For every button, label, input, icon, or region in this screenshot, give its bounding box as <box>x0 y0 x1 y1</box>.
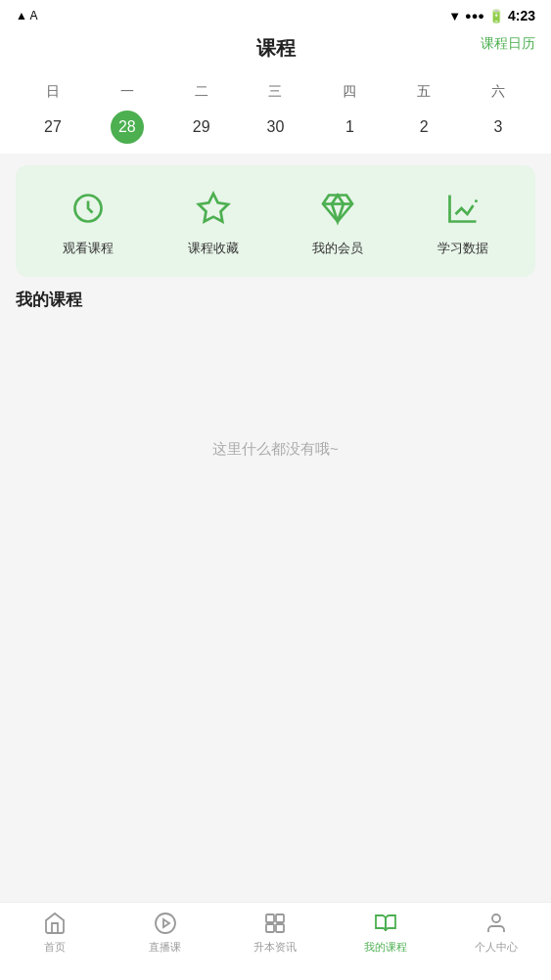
home-icon <box>42 911 68 936</box>
status-right: ▼ ●●● 🔋 4:23 <box>448 8 535 23</box>
nav-item-upgrade[interactable]: 升本资讯 <box>220 911 331 955</box>
nav-item-mycourse[interactable]: 我的课程 <box>331 911 441 955</box>
svg-point-9 <box>492 914 500 922</box>
calendar-date-27[interactable]: 27 <box>16 112 90 142</box>
quick-action-stats[interactable]: 学习数据 <box>437 185 488 257</box>
svg-point-2 <box>475 200 478 202</box>
clock-icon <box>65 185 112 232</box>
battery-icon: 🔋 <box>488 9 504 23</box>
nav-upgrade-label: 升本资讯 <box>253 940 297 955</box>
user-icon <box>483 911 509 936</box>
calendar-section: 日 一 二 三 四 五 六 27 28 29 30 1 2 3 <box>0 71 551 154</box>
svg-rect-5 <box>266 914 274 922</box>
calendar-link[interactable]: 课程日历 <box>481 35 535 53</box>
clock-display: 4:23 <box>508 8 535 23</box>
quick-action-watch[interactable]: 观看课程 <box>63 185 114 257</box>
day-label-wed: 三 <box>239 79 313 105</box>
svg-point-3 <box>156 913 175 933</box>
page-title: 课程 <box>256 37 296 59</box>
member-label: 我的会员 <box>312 240 363 257</box>
signal-icon: ●●● <box>465 10 484 22</box>
star-icon <box>190 185 237 232</box>
status-bar: ▲ A ▼ ●●● 🔋 4:23 <box>0 0 551 31</box>
calendar-dates-row: 27 28 29 30 1 2 3 <box>16 112 535 142</box>
my-courses-title: 我的课程 <box>16 289 535 311</box>
nav-profile-label: 个人中心 <box>475 940 518 955</box>
day-label-sat: 六 <box>461 79 535 105</box>
day-label-sun: 日 <box>16 79 90 105</box>
collect-label: 课程收藏 <box>188 240 239 257</box>
calendar-date-30[interactable]: 30 <box>239 112 313 142</box>
quick-action-collect[interactable]: 课程收藏 <box>188 185 239 257</box>
svg-rect-6 <box>276 914 284 922</box>
calendar-date-29[interactable]: 29 <box>164 112 239 142</box>
page-header: 课程 课程日历 <box>0 31 551 71</box>
day-label-fri: 五 <box>387 79 461 105</box>
calendar-date-2[interactable]: 2 <box>387 112 461 142</box>
diamond-icon <box>314 185 361 232</box>
calendar-day-labels: 日 一 二 三 四 五 六 <box>16 79 535 105</box>
my-courses-section: 我的课程 <box>0 289 551 311</box>
svg-marker-1 <box>199 194 228 222</box>
nav-item-profile[interactable]: 个人中心 <box>440 911 551 955</box>
quick-actions-card: 观看课程 课程收藏 我的会员 学习数据 <box>16 165 535 277</box>
empty-state: 这里什么都没有哦~ <box>0 323 551 517</box>
nav-live-label: 直播课 <box>149 940 181 955</box>
nav-mycourse-label: 我的课程 <box>364 940 407 955</box>
nav-item-live[interactable]: 直播课 <box>111 911 221 955</box>
svg-rect-8 <box>276 924 284 932</box>
play-circle-icon <box>153 911 178 936</box>
svg-marker-4 <box>163 919 169 927</box>
status-left: ▲ A <box>16 9 38 22</box>
chart-icon <box>439 185 486 232</box>
empty-text: 这里什么都没有哦~ <box>212 440 339 459</box>
day-label-thu: 四 <box>312 79 387 105</box>
status-icons: ▲ A <box>16 9 38 22</box>
wifi-icon: ▼ <box>448 9 461 23</box>
nav-home-label: 首页 <box>44 940 66 955</box>
day-label-mon: 一 <box>90 79 164 105</box>
grid-icon <box>262 911 288 936</box>
day-label-tue: 二 <box>164 79 239 105</box>
quick-action-member[interactable]: 我的会员 <box>312 185 363 257</box>
calendar-date-3[interactable]: 3 <box>461 112 535 142</box>
calendar-date-28-today[interactable]: 28 <box>90 112 164 142</box>
nav-item-home[interactable]: 首页 <box>0 911 111 955</box>
stats-label: 学习数据 <box>437 240 488 257</box>
book-open-icon <box>373 911 398 936</box>
svg-rect-7 <box>266 924 274 932</box>
watch-label: 观看课程 <box>63 240 114 257</box>
calendar-date-1[interactable]: 1 <box>312 112 387 142</box>
bottom-nav: 首页 直播课 升本资讯 我的 <box>0 902 551 980</box>
